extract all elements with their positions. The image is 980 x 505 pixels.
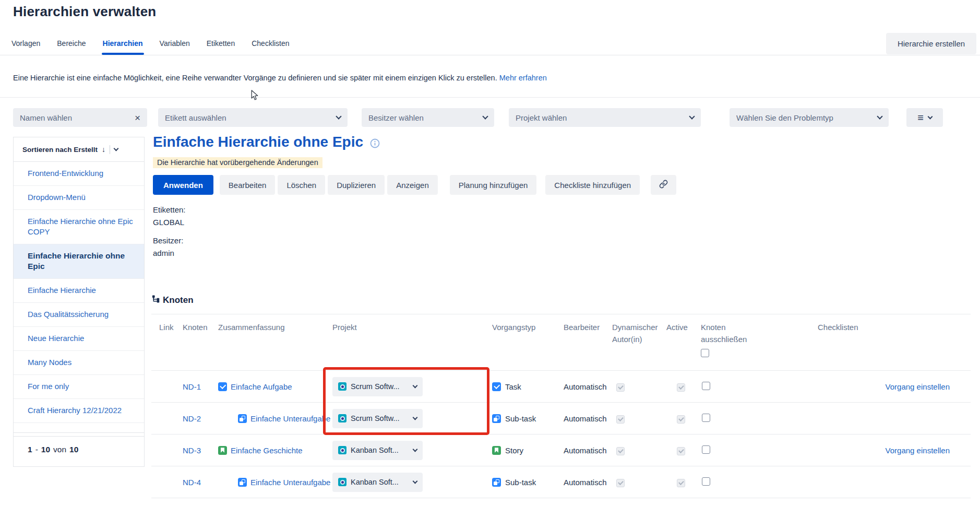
- dynamic-author-checkbox: [616, 415, 625, 424]
- summary-link[interactable]: Einfache Aufgabe: [231, 382, 292, 391]
- duplicate-button[interactable]: Duplizieren: [328, 175, 385, 195]
- owner-label: Besitzer:: [153, 234, 186, 247]
- add-planning-button[interactable]: Planung hinzufügen: [450, 175, 537, 195]
- project-cell: Kanban Soft...: [332, 473, 492, 492]
- dynamic-author-cell: [612, 477, 666, 487]
- sidebar-item-frontend-entwicklung[interactable]: Frontend-Entwicklung: [14, 162, 144, 186]
- exclude-node-checkbox[interactable]: [702, 477, 710, 486]
- sidebar-item-dropdown-menu[interactable]: Dropdown-Menü: [14, 186, 144, 210]
- node-id-link[interactable]: ND-2: [183, 414, 218, 423]
- clear-icon[interactable]: ×: [135, 113, 140, 123]
- chevron-down-icon: [927, 114, 933, 119]
- hierarchy-list-sidebar: Sortieren nach Erstellt ↓ Frontend-Entwi…: [13, 137, 145, 437]
- issuetype-label: Story: [505, 446, 523, 455]
- project-dropdown[interactable]: Scrum Softw...: [332, 409, 423, 428]
- project-dropdown-value: Scrum Softw...: [351, 414, 409, 422]
- project-dropdown[interactable]: Kanban Soft...: [332, 441, 423, 460]
- link-icon: [659, 180, 668, 190]
- exclude-node-checkbox[interactable]: [702, 414, 710, 422]
- project-filter-select[interactable]: Projekt wählen: [509, 108, 701, 127]
- sidebar-item-einfache-hierarchie-ohne-epic[interactable]: Einfache Hierarchie ohne Epic: [14, 244, 144, 279]
- sidebar-item-neue-hierarchie[interactable]: Neue Hierarchie: [14, 327, 144, 351]
- pagination-to: 10: [41, 445, 50, 454]
- pagination-from: 1: [28, 445, 32, 454]
- project-dropdown-value: Scrum Softw...: [351, 382, 409, 391]
- tab-hierarchien[interactable]: Hierarchien: [102, 39, 144, 55]
- description-text: Eine Hierarchie ist eine einfache Möglic…: [13, 74, 497, 82]
- add-checklist-button[interactable]: Checkliste hinzufügen: [545, 175, 640, 195]
- project-cell: Scrum Softw...: [332, 409, 492, 428]
- tab-etiketten[interactable]: Etiketten: [206, 39, 236, 55]
- edit-button[interactable]: Bearbeiten: [220, 175, 276, 195]
- learn-more-link[interactable]: Mehr erfahren: [499, 74, 547, 82]
- tab-checklisten[interactable]: Checklisten: [250, 39, 290, 55]
- chevron-down-icon: [336, 113, 341, 119]
- tabs: Vorlagen Bereiche Hierarchien Variablen …: [10, 39, 291, 55]
- exclude-cell: [701, 382, 818, 392]
- col-link: Link: [151, 321, 183, 370]
- col-exclude-label: Knoten ausschließen: [701, 321, 753, 345]
- tab-bereiche[interactable]: Bereiche: [56, 39, 87, 55]
- owner-value: admin: [153, 247, 186, 260]
- set-issue-link[interactable]: Vorgang einstellen: [886, 382, 950, 391]
- name-filter-placeholder: Namen wählen: [20, 113, 72, 122]
- owner-group: Besitzer: admin: [153, 234, 186, 260]
- hierarchy-tree-icon: [152, 295, 160, 306]
- project-dropdown[interactable]: Scrum Softw...: [332, 377, 423, 396]
- summary-link[interactable]: Einfache Unteraufgabe: [250, 414, 330, 423]
- filter-menu-button[interactable]: ≡: [906, 108, 943, 127]
- sort-direction-arrow-icon[interactable]: ↓: [102, 145, 105, 154]
- summary-link[interactable]: Einfache Geschichte: [231, 446, 303, 455]
- issuetype-filter-select[interactable]: Wählen Sie den Problemtyp: [730, 108, 889, 127]
- info-icon[interactable]: [370, 138, 380, 148]
- summary-link[interactable]: Einfache Unteraufgabe: [250, 478, 330, 487]
- table-row-nd-2: ND-2 Einfache Unteraufgabe Scrum Softw..…: [151, 403, 971, 434]
- hierarchy-title: Einfache Hierarchie ohne Epic: [153, 134, 363, 150]
- assignee-cell: Automatisch: [564, 446, 612, 455]
- exclude-node-checkbox[interactable]: [702, 382, 710, 390]
- sidebar-item-das-qualitaetssicherung[interactable]: Das Qualitätssicherung: [14, 303, 144, 327]
- apply-button[interactable]: Anwenden: [153, 175, 213, 195]
- checklist-cell: Vorgang einstellen: [818, 382, 971, 391]
- col-summary: Zusammenfassung: [218, 321, 332, 370]
- node-id-link[interactable]: ND-4: [183, 478, 218, 487]
- view-button[interactable]: Anzeigen: [387, 175, 438, 195]
- col-dynamic-author: Dynamischer Autor(in): [612, 321, 666, 370]
- task-icon: [492, 382, 501, 391]
- col-project: Projekt: [332, 321, 492, 370]
- node-id-link[interactable]: ND-3: [183, 446, 218, 455]
- label-filter-select[interactable]: Etikett auswählen: [158, 108, 348, 127]
- dynamic-author-cell: [612, 445, 666, 455]
- active-checkbox: [677, 447, 685, 455]
- nodes-section-title: Knoten: [163, 295, 194, 306]
- exclude-node-checkbox[interactable]: [702, 445, 710, 454]
- tab-vorlagen[interactable]: Vorlagen: [10, 39, 41, 55]
- tab-variablen[interactable]: Variablen: [159, 39, 191, 55]
- sidebar-item-einfache-hierarchie-ohne-epic-copy[interactable]: Einfache Hierarchie ohne Epic COPY: [14, 210, 144, 244]
- active-cell: [666, 477, 701, 487]
- action-buttons: Anwenden Bearbeiten Löschen Duplizieren …: [153, 175, 676, 195]
- chevron-down-icon: [413, 415, 418, 420]
- summary-cell: Einfache Unteraufgabe: [218, 478, 332, 487]
- active-cell: [666, 414, 701, 424]
- summary-cell: Einfache Unteraufgabe: [218, 414, 332, 423]
- pagination: 1 - 10 von 10: [13, 432, 145, 467]
- node-id-link[interactable]: ND-1: [183, 382, 218, 391]
- set-issue-link[interactable]: Vorgang einstellen: [886, 446, 950, 455]
- project-dropdown-value: Kanban Soft...: [351, 478, 409, 486]
- sidebar-item-craft-hierarchy[interactable]: Craft Hierarchy 12/21/2022: [14, 399, 144, 423]
- sort-control[interactable]: Sortieren nach Erstellt ↓: [14, 137, 144, 162]
- sidebar-item-many-nodes[interactable]: Many Nodes: [14, 351, 144, 375]
- sidebar-item-einfache-hierarchie[interactable]: Einfache Hierarchie: [14, 279, 144, 303]
- sidebar-item-for-me-only[interactable]: For me only: [14, 375, 144, 399]
- name-filter-input[interactable]: Namen wählen ×: [13, 108, 147, 127]
- dynamic-author-checkbox: [616, 447, 625, 455]
- filter-bar: Namen wählen × Etikett auswählen Besitze…: [13, 108, 980, 127]
- delete-button[interactable]: Löschen: [278, 175, 325, 195]
- owner-filter-select[interactable]: Besitzer wählen: [362, 108, 494, 127]
- nodes-table: Link Knoten Zusammenfassung Projekt Vorg…: [151, 314, 971, 498]
- copy-link-button[interactable]: [651, 175, 676, 195]
- chevron-down-icon[interactable]: [114, 146, 119, 151]
- exclude-all-checkbox[interactable]: [701, 349, 709, 357]
- project-dropdown[interactable]: Kanban Soft...: [332, 473, 423, 492]
